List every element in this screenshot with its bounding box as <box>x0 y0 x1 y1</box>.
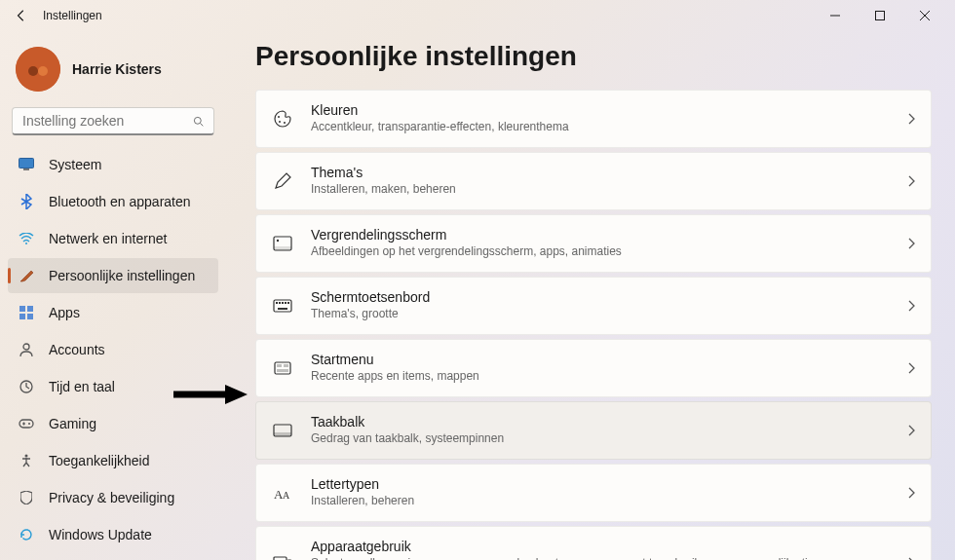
fonts-icon: AA <box>272 482 293 504</box>
sidebar-item-bluetooth[interactable]: Bluetooth en apparaten <box>8 184 218 219</box>
sidebar-item-label: Systeem <box>49 157 101 172</box>
svg-point-16 <box>25 455 28 458</box>
keyboard-icon <box>272 295 293 317</box>
card-title: Thema's <box>311 165 890 180</box>
lockscreen-icon <box>272 233 293 254</box>
setting-card-taskbar[interactable]: Taakbalk Gedrag van taakbalk, systeempin… <box>255 401 932 460</box>
card-title: Vergrendelingsscherm <box>311 227 890 243</box>
card-title: Schermtoetsenbord <box>311 289 890 305</box>
display-icon <box>18 156 35 173</box>
sidebar-item-label: Accounts <box>49 342 105 357</box>
sidebar-item-accessibility[interactable]: Toegankelijkheid <box>8 443 218 478</box>
accessibility-icon <box>18 452 35 469</box>
svg-rect-28 <box>287 302 289 304</box>
svg-rect-35 <box>274 432 291 436</box>
sidebar-item-privacy[interactable]: Privacy & beveiliging <box>8 480 218 515</box>
update-icon <box>18 526 35 543</box>
minimize-icon <box>830 11 840 20</box>
svg-rect-0 <box>876 12 885 20</box>
setting-card-deviceusage[interactable]: Apparaatgebruik Selecteer alle manieren … <box>255 526 932 560</box>
wifi-icon <box>18 230 35 247</box>
svg-point-12 <box>23 344 29 350</box>
window-title: Instellingen <box>43 9 102 22</box>
sidebar-item-update[interactable]: Windows Update <box>8 517 218 552</box>
sidebar-item-label: Toegankelijkheid <box>49 453 150 468</box>
sidebar-item-personalization[interactable]: Persoonlijke instellingen <box>8 258 218 293</box>
svg-rect-9 <box>27 306 33 312</box>
maximize-button[interactable] <box>858 0 902 31</box>
sidebar-item-apps[interactable]: Apps <box>8 295 218 330</box>
sidebar-item-label: Netwerk en internet <box>49 231 167 246</box>
svg-point-7 <box>25 243 27 244</box>
start-icon <box>272 357 293 379</box>
svg-rect-6 <box>23 168 29 170</box>
sidebar-item-label: Privacy & beveiliging <box>49 490 174 505</box>
sidebar-nav: Systeem Bluetooth en apparaten Netwerk e… <box>4 147 222 552</box>
chevron-right-icon <box>907 113 915 125</box>
svg-point-17 <box>278 116 280 118</box>
close-button[interactable] <box>902 0 947 31</box>
setting-card-colors[interactable]: Kleuren Accentkleur, transparantie-effec… <box>255 90 932 148</box>
chevron-right-icon <box>907 175 915 187</box>
shield-icon <box>18 489 35 506</box>
card-desc: Installeren, beheren <box>311 493 890 508</box>
setting-card-themes[interactable]: Thema's Installeren, maken, beheren <box>255 152 932 210</box>
chevron-right-icon <box>907 487 915 499</box>
sidebar-item-time[interactable]: Tijd en taal <box>8 369 218 404</box>
profile-name: Harrie Kisters <box>72 61 162 77</box>
setting-card-fonts[interactable]: AA Lettertypen Installeren, beheren <box>255 464 932 522</box>
chevron-right-icon <box>907 238 915 249</box>
chevron-right-icon <box>907 425 915 436</box>
setting-card-lockscreen[interactable]: Vergrendelingsscherm Afbeeldingen op het… <box>255 214 932 273</box>
card-desc: Recente apps en items, mappen <box>311 368 890 384</box>
sidebar-item-accounts[interactable]: Accounts <box>8 332 218 367</box>
card-title: Kleuren <box>311 102 890 118</box>
setting-card-start[interactable]: Startmenu Recente apps en items, mappen <box>255 339 932 397</box>
apps-icon <box>18 304 35 321</box>
card-desc: Thema's, grootte <box>311 306 890 321</box>
sidebar-item-system[interactable]: Systeem <box>8 147 218 182</box>
sidebar-item-network[interactable]: Netwerk en internet <box>8 221 218 256</box>
svg-rect-29 <box>278 308 287 310</box>
card-title: Startmenu <box>311 352 890 367</box>
taskbar-icon <box>272 420 293 441</box>
svg-rect-32 <box>284 364 288 367</box>
svg-rect-8 <box>19 306 25 312</box>
svg-rect-31 <box>277 364 282 367</box>
maximize-icon <box>875 11 885 20</box>
person-icon <box>18 341 35 358</box>
svg-rect-24 <box>276 302 278 304</box>
sidebar-item-label: Apps <box>49 305 80 320</box>
back-button[interactable] <box>8 2 35 29</box>
svg-rect-25 <box>279 302 281 304</box>
svg-point-3 <box>38 66 48 76</box>
chevron-right-icon <box>907 362 915 374</box>
card-desc: Gedrag van taakbalk, systeempinnen <box>311 430 890 446</box>
svg-rect-27 <box>285 302 286 304</box>
svg-point-15 <box>28 423 30 425</box>
svg-rect-26 <box>282 302 284 304</box>
card-desc: Accentkleur, transparantie-effecten, kle… <box>311 119 890 134</box>
page-title: Persoonlijke instellingen <box>255 41 932 72</box>
sidebar-item-gaming[interactable]: Gaming <box>8 406 218 441</box>
svg-rect-14 <box>19 420 33 428</box>
bluetooth-icon <box>18 193 35 210</box>
svg-point-18 <box>279 121 281 123</box>
card-title: Lettertypen <box>311 476 890 492</box>
clock-icon <box>18 378 35 395</box>
svg-rect-21 <box>274 246 291 250</box>
svg-point-19 <box>284 122 286 124</box>
sidebar-item-label: Windows Update <box>49 527 152 542</box>
card-desc: Installeren, maken, beheren <box>311 181 890 197</box>
profile-block[interactable]: Harrie Kisters <box>4 39 222 107</box>
svg-rect-5 <box>19 159 34 168</box>
chevron-right-icon <box>907 300 915 312</box>
sidebar-item-label: Persoonlijke instellingen <box>49 268 195 283</box>
pen-icon <box>272 170 293 192</box>
sidebar-item-label: Gaming <box>49 416 96 431</box>
search-box[interactable] <box>12 107 214 135</box>
search-input[interactable] <box>22 113 193 129</box>
setting-card-touchkeyboard[interactable]: Schermtoetsenbord Thema's, grootte <box>255 277 932 335</box>
card-title: Taakbalk <box>311 414 890 429</box>
minimize-button[interactable] <box>813 0 858 31</box>
